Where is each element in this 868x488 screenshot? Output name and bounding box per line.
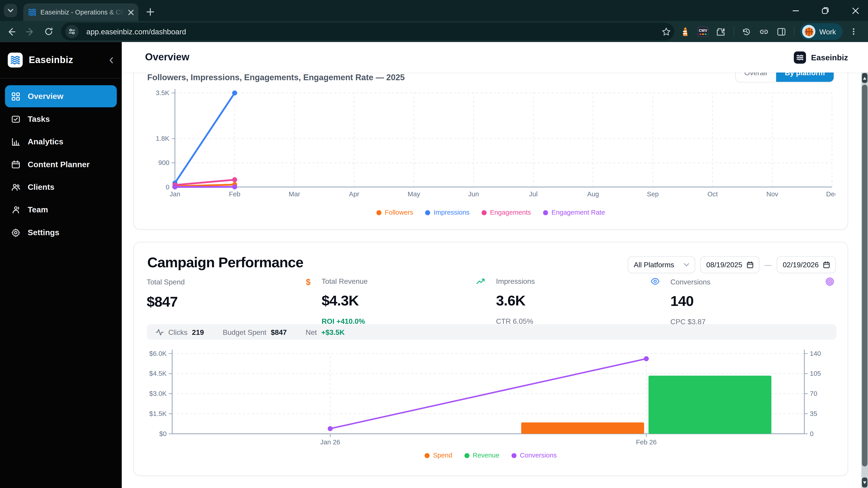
minimize-icon [792,7,799,14]
axis-tick-label: Feb [229,190,241,198]
tab-close-icon[interactable] [128,9,134,15]
scrollbar-thumb[interactable] [862,85,867,466]
sidebar-item-label: Clients [28,183,54,191]
header-brand-logo [794,51,806,64]
legend-item[interactable]: Spend [425,451,452,459]
scroll-up-button[interactable] [862,73,867,83]
axis-tick-label: 900 [158,159,169,166]
site-settings-button[interactable] [65,25,79,38]
browser-toolbar: app.easeinbiz.com/dashboard CWV Work [0,21,868,42]
date-to-value: 02/19/2026 [783,260,819,269]
tab-search-button[interactable] [4,4,17,17]
data-point[interactable] [232,90,237,95]
scroll-down-button[interactable] [862,477,867,487]
cwv-extension-icon[interactable]: CWV [698,26,709,37]
window-controls [788,0,862,21]
restore-icon [822,6,829,14]
history-icon[interactable] [742,27,751,36]
stat-value: $847 [147,293,311,311]
legend-dot-icon [482,210,487,215]
dollar-icon: $ [306,277,310,287]
sidebar-item-settings[interactable]: Settings [5,221,117,243]
data-point[interactable] [328,426,333,431]
legend-item[interactable]: Conversions [512,451,557,459]
date-from-input[interactable]: 08/19/2025 [700,256,760,273]
page-scrollbar[interactable] [862,72,868,488]
lighthouse-extension-icon[interactable] [681,27,690,37]
legend-item[interactable]: Followers [376,208,413,216]
stat-value: 3.6K [496,292,660,309]
sidebar-item-content-planner[interactable]: Content Planner [5,153,117,175]
browser-tab[interactable]: Easeinbiz - Operations & Client [23,3,138,21]
net-label: Net [306,328,317,336]
collapse-sidebar-icon[interactable] [108,56,114,64]
extensions-puzzle-icon[interactable] [716,27,726,36]
bookmark-star-icon[interactable] [662,27,671,36]
restore-button[interactable] [818,3,833,18]
sidebar-item-clients[interactable]: Clients [5,176,117,198]
forward-button[interactable] [22,24,38,39]
legend-dot-icon [465,453,469,458]
toggle-by-platform-button[interactable]: By platform [776,72,834,82]
legend-label: Engagement Rate [552,208,605,216]
platform-select[interactable]: All Platforms [628,256,695,273]
axis-tick-label: 70 [810,390,817,397]
back-icon [6,27,16,36]
minimize-button[interactable] [788,3,803,18]
data-point[interactable] [232,184,237,189]
stat-total-revenue: Total Revenue $4.3K ROI +410.0% [322,277,486,325]
date-to-input[interactable]: 02/19/2026 [777,256,836,273]
budget-value: $847 [271,328,287,336]
eye-icon [651,278,660,285]
stat-label: Total Spend [147,278,185,286]
easeinbiz-favicon [28,8,36,17]
header-brand-name: Easeinbiz [811,53,848,62]
stat-label: Impressions [496,277,535,286]
legend-item[interactable]: Revenue [465,451,499,459]
line-series-impressions [175,93,235,183]
new-tab-button[interactable] [143,4,157,19]
sidebar-item-overview[interactable]: Overview [5,85,117,107]
legend-label: Revenue [473,451,499,459]
profile-name: Work [819,27,836,36]
app-page: Easeinbiz Overview Tasks Analytics [0,42,868,488]
legend-item[interactable]: Engagement Rate [543,208,605,216]
campaign-quick-stats-strip: Clicks 219 Budget Spent $847 Net +$3.5K [147,324,836,340]
axis-tick-label: 35 [810,410,817,417]
legend-item[interactable]: Impressions [426,208,469,216]
profile-chip[interactable]: Work [800,23,843,40]
data-point[interactable] [644,356,649,361]
back-button[interactable] [3,24,19,39]
reload-icon [44,27,53,36]
extensions-area: CWV [681,26,794,37]
legend-dot-icon [512,453,517,458]
bar-spend[interactable] [521,422,644,434]
bar-revenue[interactable] [649,376,772,434]
data-point[interactable] [173,184,178,189]
axis-tick-label: 3.5K [156,89,169,96]
reload-button[interactable] [41,24,57,39]
browser-menu-button[interactable] [846,24,862,39]
main-area: Overview Easeinbiz Followers, Imp [122,42,868,488]
axis-tick-label: $1.5K [149,410,166,417]
toggle-overall-button[interactable]: Overall [736,72,776,82]
address-bar[interactable]: app.easeinbiz.com/dashboard [61,23,674,40]
url-text[interactable]: app.easeinbiz.com/dashboard [86,27,661,36]
sidebar-item-team[interactable]: Team [5,199,117,221]
stat-value: 140 [671,293,834,310]
close-window-button[interactable] [848,3,863,18]
content-scroll-area: Followers, Impressions, Engagements, Eng… [122,72,862,488]
side-panel-icon[interactable] [777,27,786,36]
sidebar-item-label: Overview [28,92,63,101]
stat-label: Conversions [671,278,710,286]
data-point[interactable] [232,177,237,182]
team-icon [11,204,21,215]
sidebar-item-analytics[interactable]: Analytics [5,131,117,153]
link-icon[interactable] [759,27,769,36]
date-from-value: 08/19/2025 [706,260,742,269]
arrow-up-icon [863,76,866,79]
legend-item[interactable]: Engagements [482,208,531,216]
axis-tick-label: 140 [810,350,821,357]
sidebar-item-tasks[interactable]: Tasks [5,108,117,130]
calendar-icon [747,261,753,268]
